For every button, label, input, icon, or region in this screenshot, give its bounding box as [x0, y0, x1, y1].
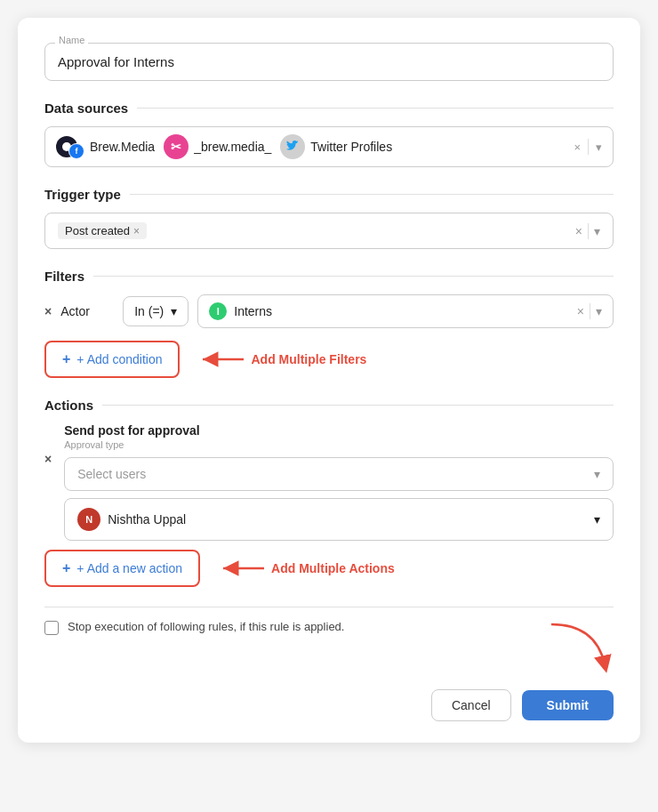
add-actions-arrow-label: Add Multiple Actions: [216, 559, 395, 578]
name-field-group: Name: [44, 43, 614, 81]
filter-value-avatar: I: [209, 302, 227, 320]
footer-row: Cancel Submit: [44, 689, 614, 721]
brewmedia-label: _brew.media_: [194, 140, 271, 154]
trigger-value: Post created: [65, 224, 130, 237]
trigger-select-end: × ▾: [575, 223, 600, 239]
action-block: × Send post for approval Approval type S…: [44, 423, 614, 541]
add-filters-arrow-icon: [196, 350, 244, 369]
data-sources-row: f Brew.Media ✂ _brew.media_ Twitter Prof…: [44, 126, 614, 167]
sources-clear-icon[interactable]: ×: [574, 141, 581, 154]
source-chip-brew: f Brew.Media: [56, 134, 155, 159]
trigger-chip: Post created ×: [58, 222, 147, 239]
source-chip-brewmedia: ✂ _brew.media_: [164, 134, 271, 159]
action-select-users[interactable]: Select users ▾: [64, 457, 614, 491]
data-sources-title: Data sources: [44, 100, 614, 116]
brewmedia-avatar: ✂: [164, 134, 189, 159]
add-action-plus-icon: +: [62, 560, 70, 576]
action-content: Send post for approval Approval type Sel…: [64, 423, 614, 541]
filter-operator-value: In (=): [134, 304, 164, 318]
add-condition-button[interactable]: + + Add condition: [44, 341, 180, 378]
trigger-clear-icon[interactable]: ×: [575, 224, 582, 238]
action-title: Send post for approval: [64, 423, 614, 438]
add-action-label: + Add a new action: [76, 561, 182, 575]
name-label: Name: [55, 35, 88, 45]
filter-operator-select[interactable]: In (=) ▾: [123, 296, 189, 326]
action-subtitle: Approval type: [64, 439, 614, 450]
action-user-name: Nishtha Uppal: [108, 512, 186, 527]
trigger-type-inner: Post created ×: [58, 222, 575, 239]
filter-operator-dropdown: ▾: [171, 304, 177, 318]
trigger-dropdown-icon[interactable]: ▾: [594, 224, 600, 238]
filter-value-select[interactable]: I Interns × ▾: [197, 294, 614, 328]
filters-title: Filters: [44, 269, 614, 284]
submit-arrow-wrapper: [542, 620, 614, 673]
action-close-icon[interactable]: ×: [44, 452, 52, 466]
action-user-dropdown[interactable]: N Nishtha Uppal ▾: [64, 498, 614, 541]
stop-execution-checkbox[interactable]: [44, 621, 59, 635]
stop-execution-row: Stop execution of following rules, if th…: [44, 607, 614, 673]
add-action-button[interactable]: + + Add a new action: [44, 550, 200, 587]
filter-value-end: × ▾: [577, 303, 602, 319]
add-condition-plus-icon: +: [62, 351, 70, 367]
action-select-dropdown-icon: ▾: [594, 467, 600, 481]
source-chip-twitter: Twitter Profiles: [280, 134, 392, 159]
add-condition-wrapper: + + Add condition Add Multiple Filters: [44, 341, 614, 378]
name-input[interactable]: [44, 43, 614, 81]
filter-row: × Actor In (=) ▾ I Interns × ▾: [44, 294, 614, 328]
trigger-chip-close[interactable]: ×: [133, 225, 140, 237]
brew-label: Brew.Media: [90, 140, 155, 154]
submit-arrow-icon: [542, 620, 614, 673]
add-filters-label: Add Multiple Filters: [251, 352, 366, 366]
action-user-left: N Nishtha Uppal: [77, 508, 186, 531]
sources-dropdown-icon[interactable]: ▾: [596, 141, 602, 154]
filter-value-clear[interactable]: ×: [577, 304, 584, 318]
cancel-button[interactable]: Cancel: [431, 689, 511, 721]
submit-button[interactable]: Submit: [522, 690, 614, 720]
actions-title: Actions: [44, 398, 614, 413]
action-user-dropdown-icon: ▾: [594, 512, 600, 527]
action-select-placeholder: Select users: [77, 467, 146, 481]
filter-value-dropdown[interactable]: ▾: [596, 304, 602, 318]
filter-field-label: Actor: [60, 304, 114, 318]
filter-value-text: Interns: [234, 304, 272, 318]
twitter-avatar: [280, 134, 305, 159]
action-user-avatar: N: [77, 508, 100, 531]
brew-front-icon: f: [68, 143, 84, 159]
sources-end-controls: × ▾: [574, 139, 602, 155]
twitter-label: Twitter Profiles: [310, 140, 392, 154]
trigger-type-select[interactable]: Post created × × ▾: [44, 213, 614, 249]
brew-combined-icon: f: [56, 134, 84, 159]
main-card: Name Data sources f Brew.Media ✂ _brew.m…: [18, 18, 640, 743]
add-condition-label: + Add condition: [76, 352, 162, 366]
filter-close-icon[interactable]: ×: [44, 304, 52, 318]
add-actions-arrow-icon: [216, 559, 264, 578]
add-filters-arrow-label: Add Multiple Filters: [196, 350, 366, 369]
stop-execution-label: Stop execution of following rules, if th…: [68, 620, 344, 633]
trigger-type-title: Trigger type: [44, 187, 614, 202]
add-actions-label: Add Multiple Actions: [271, 561, 395, 575]
add-action-wrapper: + + Add a new action Add Multiple Action…: [44, 550, 614, 587]
